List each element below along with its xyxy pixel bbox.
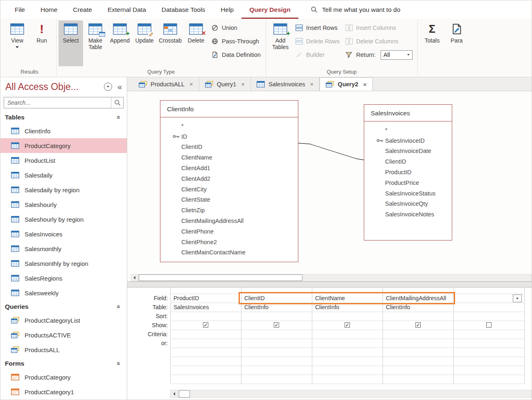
show-checkbox[interactable] xyxy=(415,322,421,328)
close-icon[interactable]: × xyxy=(363,81,367,88)
sidebar-item-productcategory[interactable]: ProductCategory xyxy=(0,138,127,153)
field-row[interactable]: ClientAdd2 xyxy=(160,173,298,184)
menu-external-data[interactable]: External Data xyxy=(100,0,154,19)
insert-rows-button[interactable]: Insert Rows xyxy=(295,23,340,33)
totals-button[interactable]: Σ Totals xyxy=(420,20,444,66)
sidebar-item-productlist[interactable]: ProductList xyxy=(0,153,127,168)
field-row[interactable]: SalesInvoiceStatus xyxy=(364,188,452,199)
sidebar-item-salesdaily-by-region[interactable]: Salesdaily by region xyxy=(0,182,127,197)
field-row[interactable]: ID xyxy=(160,131,298,142)
search-box[interactable] xyxy=(4,97,124,108)
query-design-grid[interactable]: Field: Table: Sort: Show: Criteria: or: … xyxy=(127,288,532,400)
delete-columns-button[interactable]: Delete Columns xyxy=(345,36,413,46)
sidebar-item-saleshourly[interactable]: Saleshourly xyxy=(0,197,127,212)
nav-pane-menu-icon[interactable] xyxy=(104,83,112,91)
tab-productsall[interactable]: ProductsALL × xyxy=(133,77,199,91)
scroll-left-icon[interactable] xyxy=(131,274,138,281)
menu-create[interactable]: Create xyxy=(65,0,100,19)
tab-query1[interactable]: Query1 × xyxy=(199,77,251,91)
field-list-clientinfo[interactable]: ClientInfo * ID ClientID ClientName Clie… xyxy=(160,100,298,262)
menu-help[interactable]: Help xyxy=(213,0,241,19)
show-checkbox[interactable] xyxy=(274,322,279,328)
field-row[interactable]: ClientPhone2 xyxy=(160,237,298,247)
field-row[interactable]: ClietnZip xyxy=(160,205,298,216)
sidebar-item-productsactive[interactable]: ProductsACTIVE xyxy=(0,328,127,342)
tell-me-search[interactable]: Tell me what you want to do xyxy=(311,0,400,19)
field-row[interactable]: ClientID xyxy=(160,142,298,153)
grid-field-cell[interactable]: ProductID xyxy=(171,294,238,303)
field-row[interactable]: * xyxy=(160,121,298,131)
sidebar-item-productsall[interactable]: ProductsALL xyxy=(0,342,127,357)
field-row[interactable]: ClientMailingAddressAll xyxy=(160,216,298,226)
field-row[interactable]: SalesInvoiceDate xyxy=(364,146,452,157)
shutter-close-icon[interactable]: « xyxy=(117,83,122,91)
canvas-horizontal-scrollbar[interactable] xyxy=(131,274,532,281)
scrollbar-thumb[interactable] xyxy=(139,274,302,281)
delete-query-button[interactable]: × Delete xyxy=(184,20,208,66)
field-row[interactable]: ClientAdd1 xyxy=(160,163,298,173)
tab-salesinvoices[interactable]: SalesInvoices × xyxy=(251,77,320,91)
nav-pane-title[interactable]: All Access Obje... xyxy=(5,81,79,92)
scroll-left-icon[interactable] xyxy=(171,390,178,398)
field-list-title[interactable]: ClientInfo xyxy=(160,101,298,117)
show-checkbox[interactable] xyxy=(486,322,491,328)
grid-field-cell[interactable] xyxy=(454,294,521,303)
field-dropdown[interactable] xyxy=(513,294,522,302)
query-design-canvas[interactable]: ClientInfo * ID ClientID ClientName Clie… xyxy=(127,91,532,281)
field-row[interactable]: SalesInvoiceQty xyxy=(364,199,452,209)
menu-home[interactable]: Home xyxy=(33,0,65,19)
union-button[interactable]: Union xyxy=(211,23,261,33)
field-row[interactable]: SalesInvioceID xyxy=(364,135,452,146)
menu-database-tools[interactable]: Database Tools xyxy=(154,0,213,19)
show-checkbox[interactable] xyxy=(345,322,350,328)
field-row[interactable]: SalesInvoiceNotes xyxy=(364,209,452,220)
tab-query2[interactable]: Query2 × xyxy=(320,77,373,91)
parameters-button[interactable]: Para xyxy=(444,20,469,66)
sidebar-item-salesmonthly[interactable]: Salesmonthly xyxy=(0,241,127,256)
section-header-forms[interactable]: Forms « xyxy=(0,357,127,370)
field-row[interactable]: ClientID xyxy=(364,156,452,167)
grid-table-cell[interactable]: ClientInfo xyxy=(312,303,379,312)
close-icon[interactable]: × xyxy=(241,81,245,88)
run-button[interactable]: ! Run xyxy=(29,20,54,66)
scrollbar-thumb[interactable] xyxy=(179,390,190,398)
section-header-tables[interactable]: Tables « xyxy=(0,111,127,124)
sidebar-item-salesdaily[interactable]: Salesdaily xyxy=(0,168,127,182)
sidebar-item-salesregions[interactable]: SalesRegions xyxy=(0,271,127,285)
grid-table-cell[interactable]: ClientInfo xyxy=(383,303,450,312)
sidebar-item-salesinvoices[interactable]: SalesInvoices xyxy=(0,227,127,241)
search-input[interactable] xyxy=(7,97,111,108)
sidebar-item-form-productcategory[interactable]: ProductCategory xyxy=(0,370,127,384)
insert-columns-button[interactable]: Insert Columns xyxy=(345,23,413,33)
close-icon[interactable]: × xyxy=(310,81,314,88)
grid-table-cell[interactable]: SalesInvoices xyxy=(171,303,238,312)
select-query-button[interactable]: Select xyxy=(59,20,83,66)
close-icon[interactable]: × xyxy=(189,81,193,88)
sidebar-item-salesweekly[interactable]: Salesweekly xyxy=(0,285,127,300)
make-table-button[interactable]: Make Table xyxy=(83,20,108,66)
sidebar-item-salesmonthly-by-region[interactable]: Salesmonthly by region xyxy=(0,256,127,271)
field-row[interactable]: ProductID xyxy=(364,167,452,178)
field-list-salesinvoices[interactable]: SalesInvoices * SalesInvioceID SalesInvo… xyxy=(364,104,452,240)
builder-button[interactable]: Builder xyxy=(295,50,340,60)
sidebar-item-productcategorylist[interactable]: ProductCategoryList xyxy=(0,313,127,328)
field-list-title[interactable]: SalesInvoices xyxy=(364,105,452,121)
delete-rows-button[interactable]: Delete Rows xyxy=(295,36,340,46)
return-dropdown[interactable]: All xyxy=(381,50,413,60)
crosstab-button[interactable]: Crosstab xyxy=(157,20,184,66)
grid-horizontal-scrollbar[interactable] xyxy=(170,390,532,398)
field-row[interactable]: ClientName xyxy=(160,152,298,163)
grid-table-cell[interactable] xyxy=(454,303,521,312)
search-button[interactable] xyxy=(111,97,123,108)
field-row[interactable]: ClientMainContactName xyxy=(160,247,298,258)
section-header-queries[interactable]: Queries « xyxy=(0,300,127,313)
field-row[interactable]: ProductPrice xyxy=(364,178,452,188)
view-button[interactable]: View xyxy=(5,20,29,66)
sidebar-item-saleshourly-by-region[interactable]: Saleshourly by region xyxy=(0,212,127,227)
field-row[interactable]: ClientCity xyxy=(160,184,298,195)
grid-table-cell[interactable]: ClientInfo xyxy=(241,303,309,312)
sidebar-item-form-productcategory1[interactable]: ProductCategory1 xyxy=(0,384,127,399)
pass-through-button[interactable]: Pass-Through xyxy=(211,36,261,46)
show-checkbox[interactable] xyxy=(203,322,208,328)
field-row[interactable]: ClientState xyxy=(160,195,298,205)
